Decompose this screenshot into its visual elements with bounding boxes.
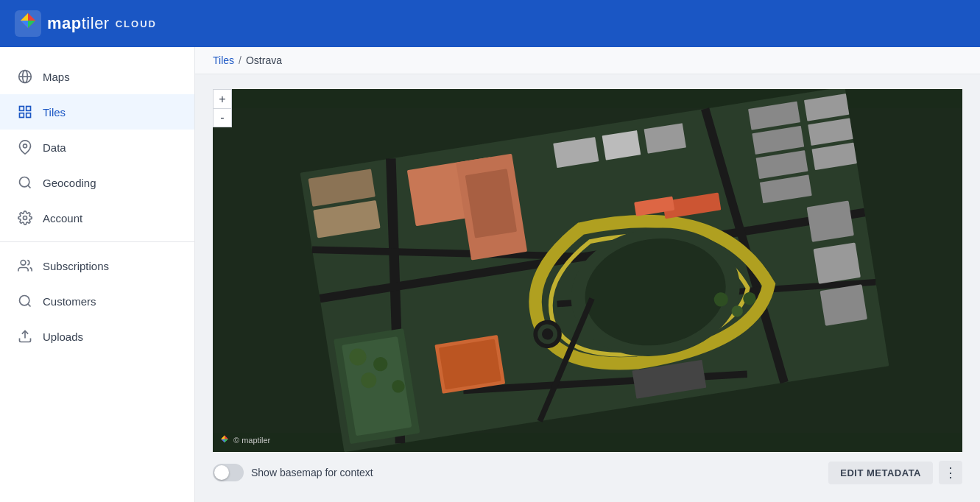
watermark-text: © maptiler (233, 436, 270, 445)
edit-metadata-button[interactable]: EDIT METADATA (828, 462, 933, 484)
customers-icon (18, 294, 32, 308)
bottom-actions: EDIT METADATA ⋮ (828, 461, 962, 484)
bottom-bar: Show basemap for context EDIT METADATA ⋮ (213, 452, 962, 487)
basemap-toggle[interactable] (213, 464, 244, 481)
zoom-out-button[interactable]: - (213, 108, 232, 127)
map-area: + - (195, 74, 980, 502)
sidebar-item-account[interactable]: Account (0, 200, 194, 236)
svg-marker-58 (221, 439, 225, 442)
svg-marker-59 (221, 436, 225, 439)
sidebar-item-uploads[interactable]: Uploads (0, 319, 194, 354)
sidebar: Maps Tiles (0, 47, 195, 502)
svg-point-12 (24, 216, 27, 220)
map-watermark: © maptiler (219, 434, 270, 446)
sidebar-item-tiles[interactable]: Tiles (0, 94, 194, 130)
svg-rect-40 (807, 200, 854, 241)
sidebar-label-subscriptions: Subscriptions (43, 260, 109, 272)
zoom-in-button[interactable]: + (213, 89, 232, 108)
sidebar-label-account: Account (43, 212, 82, 225)
svg-rect-7 (20, 113, 24, 118)
svg-marker-60 (225, 439, 228, 442)
sidebar-item-customers[interactable]: Customers (0, 283, 194, 319)
maptiler-logo-icon (15, 10, 41, 37)
breadcrumb-parent-link[interactable]: Tiles (213, 54, 234, 66)
maptiler-watermark-icon (219, 434, 230, 446)
sidebar-label-data: Data (43, 141, 66, 154)
toggle-container: Show basemap for context (213, 464, 373, 481)
gear-icon (18, 211, 32, 225)
sidebar-item-subscriptions[interactable]: Subscriptions (0, 248, 194, 283)
header: maptiler CLOUD (0, 0, 980, 47)
sidebar-label-geocoding: Geocoding (43, 177, 96, 189)
map-image: © maptiler (213, 89, 962, 452)
sidebar-item-data[interactable]: Data (0, 130, 194, 165)
toggle-label: Show basemap for context (251, 467, 373, 478)
svg-line-15 (28, 304, 31, 307)
zoom-controls: + - (213, 89, 232, 127)
svg-rect-5 (20, 107, 24, 111)
svg-rect-42 (820, 284, 867, 325)
svg-rect-51 (439, 339, 501, 389)
svg-marker-57 (225, 436, 228, 439)
aerial-map-svg (213, 89, 962, 452)
uploads-icon (18, 329, 32, 344)
toggle-knob (214, 465, 229, 480)
sidebar-divider (0, 241, 194, 242)
svg-point-14 (20, 296, 29, 305)
sidebar-item-geocoding[interactable]: Geocoding (0, 165, 194, 200)
more-dots-icon: ⋮ (944, 464, 957, 481)
sidebar-nav: Maps Tiles (0, 47, 194, 366)
svg-point-10 (20, 177, 29, 187)
logo[interactable]: maptiler CLOUD (15, 10, 157, 37)
svg-point-13 (21, 261, 26, 266)
more-options-button[interactable]: ⋮ (939, 461, 962, 484)
tiles-icon (18, 105, 32, 119)
map-container[interactable]: + - (213, 89, 962, 452)
breadcrumb: Tiles / Ostrava (195, 47, 980, 74)
svg-line-11 (28, 185, 31, 188)
svg-rect-8 (27, 113, 31, 118)
sidebar-label-customers: Customers (43, 295, 96, 308)
logo-text: maptiler (47, 14, 110, 33)
sidebar-item-maps[interactable]: Maps (0, 59, 194, 94)
breadcrumb-separator: / (239, 54, 242, 66)
subscriptions-icon (18, 258, 32, 273)
globe-icon (18, 69, 32, 84)
logo-cloud: CLOUD (116, 18, 157, 29)
svg-point-9 (24, 144, 27, 148)
sidebar-label-tiles: Tiles (43, 106, 66, 119)
data-icon (18, 140, 32, 155)
sidebar-label-uploads: Uploads (43, 330, 83, 343)
svg-rect-6 (27, 107, 31, 111)
breadcrumb-current: Ostrava (246, 54, 282, 66)
svg-rect-41 (814, 242, 861, 283)
sidebar-label-maps: Maps (43, 71, 70, 83)
search-icon (18, 175, 32, 190)
content-area: Tiles / Ostrava + - (195, 47, 980, 502)
